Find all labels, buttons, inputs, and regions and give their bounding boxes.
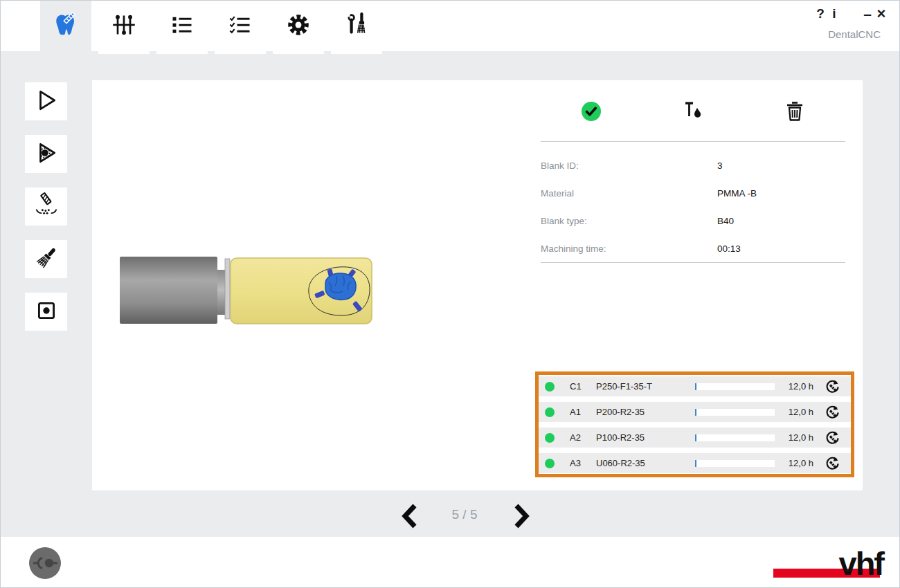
tab-job-list[interactable] xyxy=(156,1,208,51)
connection-status-icon[interactable] xyxy=(28,546,62,582)
footer: vhf xyxy=(1,537,900,588)
tool-row-a2[interactable]: A2 P100-R2-35 12,0 h xyxy=(539,428,851,448)
list-icon xyxy=(170,12,195,40)
blank-type-value: B40 xyxy=(717,216,734,226)
tool-row-a1[interactable]: A1 P200-R2-35 12,0 h xyxy=(539,402,851,422)
blank-type-row: Blank type: B40 xyxy=(541,207,845,235)
tooth-bur-icon xyxy=(53,12,79,41)
app-window: ? i – × DentalCNC xyxy=(0,0,900,588)
tool-table: C1 P250-F1-35-T 12,0 h A1 P200 xyxy=(535,371,854,477)
tool-status-dot xyxy=(545,433,555,443)
start-special-button[interactable] xyxy=(25,135,67,173)
app-title: DentalCNC xyxy=(828,28,881,40)
tool-life-hours: 12,0 h xyxy=(779,407,813,417)
tool-position: A1 xyxy=(570,407,593,417)
status-ok-icon xyxy=(541,100,642,122)
action-sidebar xyxy=(25,82,67,345)
blank-info: Blank ID: 3 Material PMMA -B Blank type:… xyxy=(541,151,845,262)
play-icon xyxy=(34,88,59,116)
tool-life-bar xyxy=(695,434,775,441)
blank-id-label: Blank ID: xyxy=(541,160,717,171)
gear-icon xyxy=(285,12,312,41)
minimize-button[interactable]: – xyxy=(861,6,874,22)
machine-blank-preview xyxy=(120,251,375,329)
clean-brush-button[interactable] xyxy=(25,240,67,278)
tool-life-bar xyxy=(695,460,775,467)
replace-tool-icon[interactable] xyxy=(825,379,840,394)
close-button[interactable]: × xyxy=(874,5,888,23)
tab-axes[interactable] xyxy=(98,1,150,51)
square-dot-icon xyxy=(34,298,59,326)
divider xyxy=(541,262,845,263)
divider xyxy=(541,141,845,142)
play-burst-icon xyxy=(34,140,59,168)
clean-spray-button[interactable] xyxy=(25,187,67,226)
header: ? i – × DentalCNC xyxy=(1,1,899,51)
checklist-icon xyxy=(228,12,253,40)
machining-time-row: Machining time: 00:13 xyxy=(541,235,845,262)
blank-id-value: 3 xyxy=(717,160,723,171)
material-label: Material xyxy=(541,188,717,199)
tool-life-bar xyxy=(695,409,775,416)
material-value: PMMA -B xyxy=(717,188,757,199)
tool-row-a3[interactable]: A3 U060-R2-35 12,0 h xyxy=(539,453,851,473)
tab-job-checklist[interactable] xyxy=(215,1,266,51)
help-button[interactable]: ? xyxy=(813,6,827,21)
tab-machining[interactable] xyxy=(40,1,91,51)
tool-status-dot xyxy=(545,459,555,468)
trash-icon[interactable] xyxy=(744,100,845,122)
tool-name: U060-R2-35 xyxy=(596,458,693,468)
tool-life-hours: 12,0 h xyxy=(779,458,813,468)
start-button[interactable] xyxy=(25,82,67,120)
blank-type-label: Blank type: xyxy=(541,216,717,226)
blank-id-row: Blank ID: 3 xyxy=(541,151,845,179)
wrench-brush-icon xyxy=(343,12,370,41)
tab-settings[interactable] xyxy=(273,1,324,51)
tool-position: A3 xyxy=(570,458,593,468)
job-panel-toolbar xyxy=(541,91,845,131)
window-controls: ? i – × xyxy=(813,5,888,23)
machining-card: Blank ID: 3 Material PMMA -B Blank type:… xyxy=(92,80,863,490)
replace-tool-icon[interactable] xyxy=(825,405,840,420)
tab-maintenance[interactable] xyxy=(331,1,382,51)
tool-status-dot xyxy=(545,407,555,417)
spray-tool-icon xyxy=(33,192,60,221)
tool-name: P250-F1-35-T xyxy=(596,381,693,392)
machining-time-value: 00:13 xyxy=(717,244,741,254)
vhf-logo: vhf xyxy=(799,546,882,578)
material-row: Material PMMA -B xyxy=(541,179,845,207)
tool-row-c1[interactable]: C1 P250-F1-35-T 12,0 h xyxy=(539,376,851,396)
reference-button[interactable] xyxy=(25,293,67,331)
tool-status-dot xyxy=(545,382,555,392)
tool-life-hours: 12,0 h xyxy=(779,432,813,443)
tool-position: C1 xyxy=(570,381,593,392)
job-panel: Blank ID: 3 Material PMMA -B Blank type:… xyxy=(541,91,845,263)
tab-bar xyxy=(40,1,382,51)
tool-name: P100-R2-35 xyxy=(596,432,693,443)
next-page-button[interactable] xyxy=(512,503,532,532)
replace-tool-icon[interactable] xyxy=(825,430,840,445)
tool-life-hours: 12,0 h xyxy=(779,381,813,392)
brush-icon xyxy=(33,245,60,274)
replace-tool-icon[interactable] xyxy=(825,456,840,471)
machining-time-label: Machining time: xyxy=(541,244,717,254)
page-indicator: 5 / 5 xyxy=(416,507,513,522)
tool-life-bar xyxy=(695,383,775,390)
vhf-logo-text: vhf xyxy=(839,547,884,580)
sliders-icon xyxy=(111,12,136,40)
info-button[interactable]: i xyxy=(827,6,841,21)
tool-drop-icon[interactable] xyxy=(642,100,744,122)
tool-name: P200-R2-35 xyxy=(596,407,693,417)
tool-position: A2 xyxy=(570,432,593,443)
